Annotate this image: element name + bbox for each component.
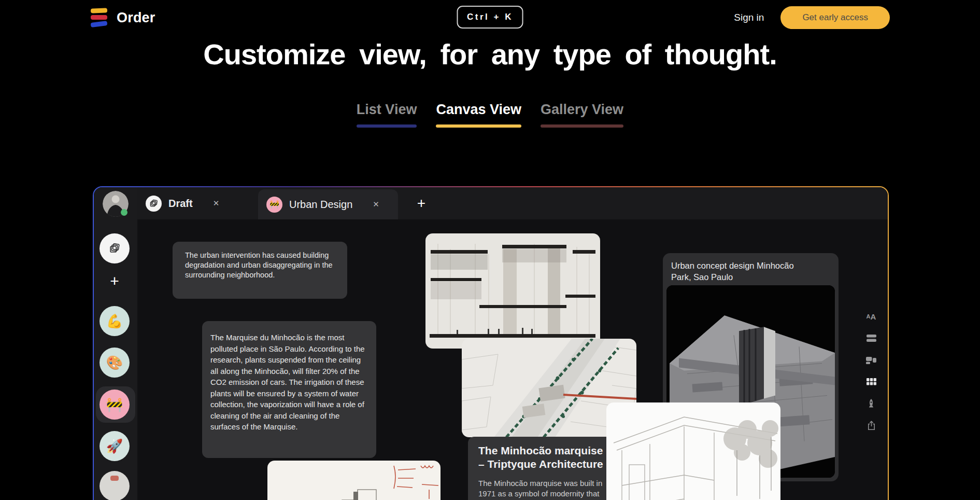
page: Order Ctrl + K Sign in Get early access …: [0, 0, 980, 500]
note-card-marquise[interactable]: The Marquise du Minhocão is the most pol…: [202, 321, 376, 458]
tab-list-view-underline: [357, 124, 417, 128]
text-size-icon: A: [867, 313, 871, 320]
section-drawing-image: [425, 233, 600, 349]
app-window: + 💪 🎨 🚧 🚀: [94, 187, 888, 500]
doc-tab-draft[interactable]: Draft ✕: [140, 187, 224, 219]
add-board-button[interactable]: +: [100, 271, 130, 291]
tab-canvas-view-underline: [436, 124, 521, 128]
construction-emoji-icon: 🚧: [106, 397, 123, 413]
pin-icon: [868, 399, 875, 409]
doc-tab-draft-label: Draft: [168, 198, 193, 210]
share-button[interactable]: [865, 421, 877, 430]
tab-gallery-view-underline: [541, 124, 623, 128]
brand-name: Order: [117, 10, 155, 26]
layers-icon: [149, 199, 158, 208]
close-icon[interactable]: ✕: [373, 200, 379, 209]
draft-tab-icon-circle: [146, 196, 162, 212]
palette-emoji-icon: 🎨: [106, 355, 123, 371]
text-size-icon-large: A: [871, 312, 876, 321]
grid-layout-icon: [867, 378, 876, 385]
tab-list-view-label: List View: [357, 102, 417, 118]
workspace-item-draft[interactable]: [100, 233, 130, 263]
concept-card-title: Urban concept design Minhocão Park, Sao …: [663, 253, 839, 283]
share-icon: [867, 421, 876, 430]
board-layout-button[interactable]: [865, 355, 877, 365]
command-palette-shortcut[interactable]: Ctrl + K: [457, 6, 523, 29]
list-layout-button[interactable]: [865, 334, 877, 343]
board-item-art[interactable]: 🎨: [100, 348, 130, 378]
order-logo-icon: [91, 7, 108, 28]
board-item-urban-design[interactable]: 🚧: [100, 390, 130, 420]
text-size-button[interactable]: AA: [865, 312, 877, 321]
image-card-interior-sketch[interactable]: [606, 402, 780, 500]
urban-design-tab-icon-circle: 🚧: [266, 197, 282, 213]
image-card-skyline-sketch[interactable]: [267, 461, 441, 500]
tab-gallery-view[interactable]: Gallery View: [541, 102, 623, 128]
note-card-intervention[interactable]: The urban intervention has caused buildi…: [173, 242, 347, 299]
new-doc-tab-button[interactable]: +: [411, 187, 432, 219]
header-actions: Sign in Get early access: [734, 6, 890, 29]
sign-in-link[interactable]: Sign in: [734, 12, 764, 23]
plus-icon: +: [417, 195, 425, 212]
board-item-rocket[interactable]: 🚀: [100, 431, 130, 461]
tab-list-view[interactable]: List View: [357, 102, 417, 128]
partial-board-icon: [110, 476, 119, 481]
muscle-emoji-icon: 💪: [106, 313, 123, 329]
brand[interactable]: Order: [91, 7, 155, 28]
plus-icon: +: [110, 272, 119, 290]
grid-layout-button[interactable]: [865, 377, 877, 386]
online-status-dot: [121, 209, 127, 216]
interior-sketch-image: [606, 402, 780, 500]
board-item-partial[interactable]: [100, 471, 130, 500]
user-avatar[interactable]: [103, 191, 129, 217]
app-window-border: + 💪 🎨 🚧 🚀: [93, 186, 889, 500]
top-nav: Order Ctrl + K Sign in Get early access: [0, 0, 980, 35]
board-item-strength[interactable]: 💪: [100, 306, 130, 336]
view-switcher: List View Canvas View Gallery View: [0, 102, 980, 128]
close-icon[interactable]: ✕: [213, 199, 220, 208]
pin-button[interactable]: [865, 399, 877, 408]
get-early-access-button[interactable]: Get early access: [780, 6, 890, 29]
tab-canvas-view-label: Canvas View: [436, 102, 521, 118]
doc-tab-urban-design-label: Urban Design: [289, 199, 352, 211]
doc-tab-urban-design[interactable]: 🚧 Urban Design ✕: [258, 189, 398, 219]
list-layout-icon: [867, 335, 876, 342]
layers-icon: [109, 243, 120, 254]
skyline-sketch-image: [267, 461, 441, 500]
document-tabbar: Draft ✕ 🚧 Urban Design ✕ +: [137, 187, 888, 219]
image-card-section-drawing[interactable]: [425, 233, 600, 349]
article-body: The Minhocão marquise was built in 1971 …: [478, 478, 608, 499]
rocket-emoji-icon: 🚀: [106, 438, 123, 454]
page-title: Customize view, for any type of thought.: [0, 37, 980, 71]
tab-gallery-view-label: Gallery View: [541, 102, 623, 118]
construction-emoji-icon: 🚧: [269, 200, 279, 209]
workspace-rail: + 💪 🎨 🚧 🚀: [94, 187, 137, 500]
board-layout-icon: [866, 356, 876, 364]
tab-canvas-view[interactable]: Canvas View: [436, 102, 521, 128]
article-title: The Minhocão marquise – Triptyque Archit…: [478, 444, 609, 471]
view-options-toolbar: AA: [862, 312, 880, 430]
